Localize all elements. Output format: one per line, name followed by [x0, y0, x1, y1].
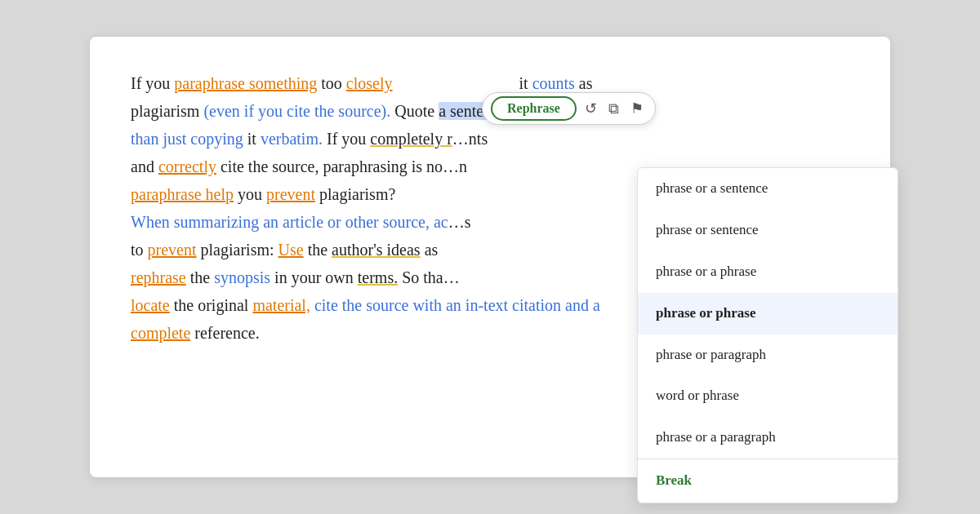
main-card: Rephrase ↺ ⧉ ⚑ If you paraphrase somethi… [90, 37, 890, 477]
text-the2: the [186, 268, 214, 286]
text-synopsis: synopsis [214, 268, 270, 286]
dropdown-break-item[interactable]: Break [638, 459, 898, 503]
text-ifyou: If you [323, 130, 370, 148]
text-original: the original [170, 296, 253, 314]
text-sotha: So tha… [398, 268, 460, 286]
text-reference: reference. [190, 324, 259, 342]
text-correctly: correctly [158, 157, 216, 175]
dropdown-item-1[interactable]: phrase or a sentence [638, 168, 898, 210]
text-plagiarism: plagiarism? [315, 185, 395, 203]
text-the: the [304, 241, 332, 259]
text-it2: it [247, 130, 256, 148]
dropdown-item-4[interactable]: phrase or phrase [638, 293, 898, 335]
text-citesource: cite the source with an in-text citation… [314, 296, 600, 314]
suggestion-dropdown: phrase or a sentence phrase or sentence … [637, 167, 898, 503]
text-as2: as [421, 241, 439, 259]
text-use: Use [278, 241, 304, 259]
rephrase-button[interactable]: Rephrase [491, 96, 577, 121]
text-locate: locate [131, 296, 170, 314]
text-complete: complete [131, 324, 190, 342]
text-normal: If you [131, 74, 174, 92]
text-completelyr: completely r [370, 130, 452, 148]
text-authorsideas: author's ideas [332, 241, 421, 259]
dropdown-item-3[interactable]: phrase or a phrase [638, 251, 898, 293]
text-verbatim: verbatim. [256, 130, 323, 148]
text-you: you [234, 185, 266, 203]
dropdown-item-6[interactable]: word or phrase [638, 375, 898, 417]
text-plagiarism2: plagiarism: [197, 241, 278, 259]
text-paraphrase: paraphrase something [174, 74, 317, 92]
text-terms: terms. [358, 268, 398, 286]
text-cite1: cite the source, paraphrasing is no [216, 157, 443, 175]
text-evencite: (even if you cite the source). [203, 102, 390, 120]
text-rephrase2: rephrase [131, 268, 186, 286]
text-when: When summarizing an article or other sou… [131, 213, 448, 231]
text-quote: Quote [390, 102, 439, 120]
dropdown-item-5[interactable]: phrase or paragraph [638, 335, 898, 376]
text-ellipsis1: …n [443, 157, 467, 175]
text-content: Rephrase ↺ ⧉ ⚑ If you paraphrase somethi… [131, 69, 849, 347]
dropdown-item-2[interactable]: phrase or sentence [638, 210, 898, 251]
text-normal [393, 74, 515, 92]
text-inown: in your own [270, 268, 358, 286]
toolbar: Rephrase ↺ ⧉ ⚑ [482, 92, 656, 125]
text-it: it [515, 74, 532, 92]
text-counts: counts [532, 74, 575, 92]
text-prevent: prevent [266, 185, 315, 203]
flag-icon[interactable]: ⚑ [627, 98, 647, 119]
dropdown-item-7[interactable]: phrase or a paragraph [638, 417, 898, 459]
text-paraphrasehelp: paraphrase help [131, 185, 234, 203]
copy-icon[interactable]: ⧉ [605, 99, 622, 119]
text-material: material, [252, 296, 310, 314]
text-normal: too [317, 74, 346, 92]
text-prevent2: prevent [148, 241, 197, 259]
undo-icon[interactable]: ↺ [581, 98, 600, 119]
text-closely: closely [346, 74, 393, 92]
